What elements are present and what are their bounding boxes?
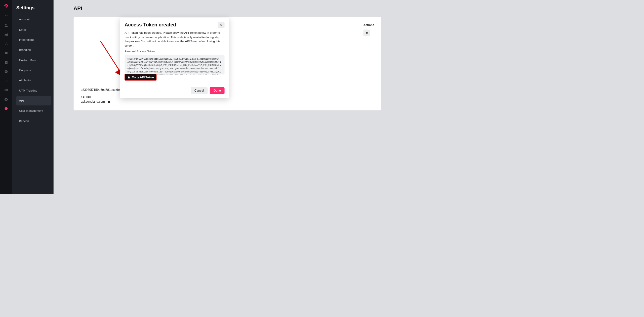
modal-title: Access Token created <box>125 22 176 28</box>
sidebar-item-attribution[interactable]: Attribution <box>16 76 51 85</box>
sidebar-item-branding[interactable]: Branding <box>16 45 51 55</box>
news-icon[interactable] <box>3 87 10 94</box>
sidebar-item-api[interactable]: API <box>16 96 51 105</box>
token-value[interactable]: eyJ0eXAiOiJKV1QiLCJhbGciOiJSUzI1NiJ9.eyJ… <box>125 55 224 74</box>
copy-api-token-button[interactable]: Copy API Token <box>125 74 156 81</box>
sidebar-item-user-management[interactable]: User Management <box>16 106 51 116</box>
close-icon <box>220 24 223 27</box>
brand-logo-icon <box>3 3 9 9</box>
svg-rect-7 <box>5 81 5 82</box>
sidebar-item-custom-data[interactable]: Custom Data <box>16 55 51 65</box>
dashboard-icon[interactable] <box>3 13 10 20</box>
plus-circle-icon[interactable] <box>3 68 10 75</box>
settings-sidebar: Settings Account Email Integrations Bran… <box>12 0 54 194</box>
page-title: API <box>73 5 381 11</box>
copy-icon[interactable] <box>107 100 110 103</box>
chat-icon[interactable] <box>3 105 10 112</box>
actions-header: Actions <box>364 23 374 27</box>
audience-icon[interactable] <box>3 22 10 29</box>
gear-icon[interactable] <box>3 96 10 103</box>
sidebar-item-beacon[interactable]: Beacon <box>16 116 51 126</box>
sidebar-title: Settings <box>16 5 51 11</box>
svg-rect-8 <box>6 80 6 82</box>
svg-point-1 <box>6 24 7 25</box>
close-button[interactable] <box>218 22 225 28</box>
done-button[interactable]: Done <box>210 87 225 94</box>
sidebar-item-coupons[interactable]: Coupons <box>16 65 51 75</box>
cancel-button[interactable]: Cancel <box>191 87 208 94</box>
content-icon[interactable] <box>3 59 10 66</box>
trash-icon <box>365 31 368 34</box>
sidebar-item-email[interactable]: Email <box>16 25 51 34</box>
reviews-icon[interactable] <box>3 50 10 57</box>
analytics-icon[interactable] <box>3 77 10 85</box>
sidebar-item-account[interactable]: Account <box>16 15 51 24</box>
svg-rect-9 <box>7 80 7 82</box>
token-label: Personal Access Token <box>125 50 224 53</box>
campaigns-icon[interactable] <box>3 31 10 38</box>
api-url-value: api.sendlane.com <box>81 100 374 103</box>
svg-point-0 <box>5 24 6 25</box>
automations-icon[interactable] <box>3 40 10 48</box>
sidebar-item-integrations[interactable]: Integrations <box>16 35 51 45</box>
modal-description: API Token has been created. Please copy … <box>125 31 224 48</box>
main-content: API Actions e83930f7159b6ed781eccf6e0d8d… <box>54 0 394 194</box>
access-token-modal: Access Token created API Token has been … <box>120 18 229 98</box>
svg-point-2 <box>6 43 7 43</box>
copy-icon <box>127 76 130 79</box>
delete-button[interactable] <box>364 29 370 36</box>
icon-rail <box>0 0 12 194</box>
svg-rect-5 <box>5 61 8 64</box>
sidebar-item-utm-tracking[interactable]: UTM Tracking <box>16 86 51 95</box>
